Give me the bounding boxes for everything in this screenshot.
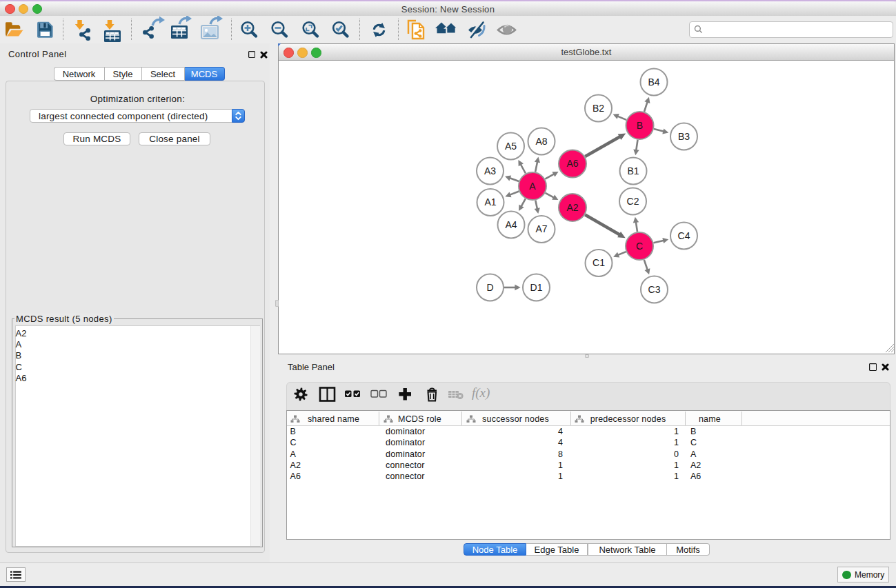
svg-text:B2: B2 [593,103,604,114]
svg-text:D: D [486,282,493,293]
svg-text:A: A [529,181,536,192]
svg-text:B1: B1 [627,165,639,176]
svg-text:A8: A8 [535,136,547,147]
svg-text:A3: A3 [484,165,496,176]
svg-text:A5: A5 [505,141,517,152]
svg-text:A2: A2 [566,202,578,213]
svg-text:C4: C4 [678,230,690,241]
svg-text:C: C [636,241,643,252]
svg-text:C1: C1 [593,257,605,268]
svg-text:C3: C3 [648,284,661,295]
svg-text:B3: B3 [678,131,690,142]
svg-text:B4: B4 [648,77,659,88]
svg-text:B: B [637,120,643,131]
svg-text:A6: A6 [566,158,578,169]
svg-text:A1: A1 [484,196,496,207]
svg-text:D1: D1 [530,282,543,293]
svg-text:C2: C2 [627,196,639,207]
svg-text:A4: A4 [505,219,517,230]
svg-text:A7: A7 [535,223,547,234]
